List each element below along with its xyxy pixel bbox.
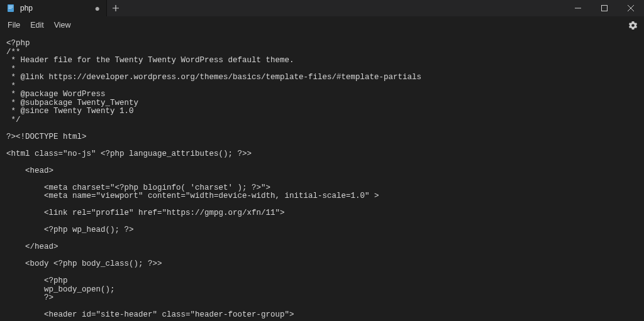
menu-view[interactable]: View xyxy=(49,18,76,32)
menu-edit[interactable]: Edit xyxy=(25,18,49,32)
tab-dirty-indicator: ● xyxy=(95,3,100,13)
editor-area[interactable]: <?php /** * Header file for the Twenty T… xyxy=(0,35,644,321)
menu-file[interactable]: File xyxy=(3,18,25,32)
window-controls xyxy=(565,0,644,16)
tab-label: php xyxy=(20,4,33,13)
svg-rect-2 xyxy=(9,7,13,8)
minimize-button[interactable] xyxy=(565,0,591,16)
title-bar: php ● xyxy=(0,0,644,16)
gear-icon xyxy=(628,21,638,30)
tab-php[interactable]: php ● xyxy=(0,0,107,16)
svg-rect-3 xyxy=(9,8,12,9)
settings-button[interactable] xyxy=(624,16,641,34)
titlebar-spacer xyxy=(125,0,565,16)
file-icon xyxy=(6,4,15,13)
menu-bar: File Edit View xyxy=(0,16,644,35)
editor-content: <?php /** * Header file for the Twenty T… xyxy=(6,39,421,319)
svg-rect-1 xyxy=(9,6,13,6)
maximize-button[interactable] xyxy=(591,0,618,16)
close-button[interactable] xyxy=(618,0,644,16)
new-tab-button[interactable] xyxy=(107,0,125,16)
svg-rect-4 xyxy=(602,6,608,11)
